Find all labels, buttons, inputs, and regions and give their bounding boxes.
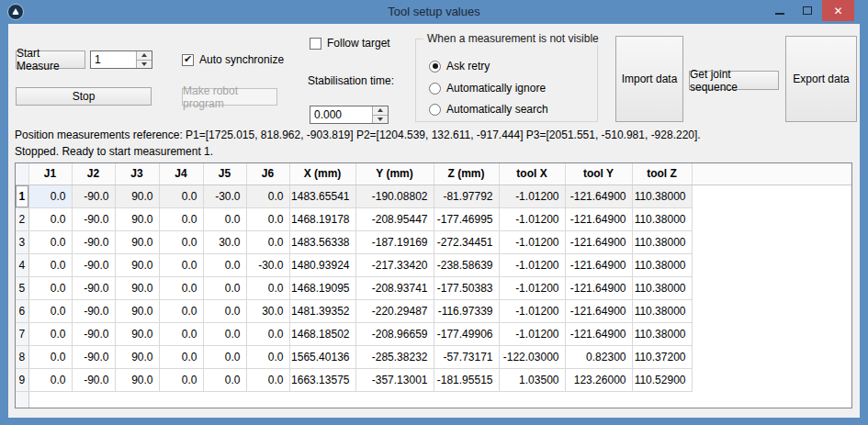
table-cell[interactable]: 0.0 xyxy=(246,276,289,299)
table-cell[interactable]: -177.46995 xyxy=(434,207,499,230)
table-cell[interactable]: -1.01200 xyxy=(499,299,565,322)
row-number[interactable]: 9 xyxy=(16,368,28,391)
table-cell[interactable]: 0.0 xyxy=(28,276,72,299)
table-cell[interactable]: 0.0 xyxy=(159,322,203,345)
table-cell[interactable]: 110.37200 xyxy=(632,345,692,368)
column-header-j4[interactable]: J4 xyxy=(159,163,203,185)
radio-button[interactable] xyxy=(429,104,441,116)
table-cell[interactable]: 0.0 xyxy=(159,230,203,253)
table-cell[interactable]: 1483.56338 xyxy=(289,230,355,253)
table-cell[interactable]: -181.95515 xyxy=(434,368,499,391)
table-cell[interactable]: 0.0 xyxy=(28,185,72,207)
table-cell[interactable]: 0.0 xyxy=(159,185,203,207)
table-cell[interactable]: -1.01200 xyxy=(499,185,565,207)
make-robot-program-button[interactable]: Make robot program xyxy=(182,88,277,106)
spin-up-button[interactable] xyxy=(373,106,388,116)
table-cell[interactable]: -90.0 xyxy=(72,276,115,299)
radio-button[interactable] xyxy=(429,61,441,73)
table-cell[interactable]: 0.0 xyxy=(159,368,203,391)
table-cell[interactable]: -90.0 xyxy=(72,345,115,368)
table-cell[interactable]: 0.0 xyxy=(203,299,246,322)
table-cell[interactable]: 110.38000 xyxy=(632,276,692,299)
row-number[interactable]: 7 xyxy=(16,322,28,345)
table-cell[interactable]: 110.38000 xyxy=(632,230,692,253)
column-header-j3[interactable]: J3 xyxy=(115,163,159,185)
column-header-j5[interactable]: J5 xyxy=(203,163,246,185)
table-cell[interactable]: 0.0 xyxy=(246,230,289,253)
table-cell[interactable]: -220.29487 xyxy=(355,299,434,322)
table-cell[interactable]: -90.0 xyxy=(72,299,115,322)
table-cell[interactable]: 30.0 xyxy=(203,230,246,253)
row-number[interactable]: 1 xyxy=(16,185,28,207)
table-cell[interactable]: 90.0 xyxy=(115,207,159,230)
radio-button[interactable] xyxy=(429,83,441,95)
row-number[interactable]: 4 xyxy=(16,253,28,276)
table-cell[interactable]: 90.0 xyxy=(115,299,159,322)
table-cell[interactable]: 0.0 xyxy=(159,253,203,276)
table-cell[interactable]: 110.38000 xyxy=(632,185,692,207)
table-cell[interactable]: -81.97792 xyxy=(434,185,499,207)
table-cell[interactable]: 123.26000 xyxy=(565,368,632,391)
table-cell[interactable]: -121.64900 xyxy=(565,253,632,276)
table-cell[interactable]: -285.38232 xyxy=(355,345,434,368)
table-cell[interactable]: 0.0 xyxy=(159,299,203,322)
get-joint-sequence-button[interactable]: Get joint sequence xyxy=(689,71,779,90)
column-header-j2[interactable]: J2 xyxy=(72,163,115,185)
table-cell[interactable]: -90.0 xyxy=(72,185,115,207)
table-cell[interactable]: 0.0 xyxy=(159,276,203,299)
table-cell[interactable]: 90.0 xyxy=(115,345,159,368)
table-cell[interactable]: 1468.19095 xyxy=(289,276,355,299)
table-cell[interactable]: -1.01200 xyxy=(499,322,565,345)
table-cell[interactable]: 0.0 xyxy=(28,368,72,391)
table-cell[interactable]: -238.58639 xyxy=(434,253,499,276)
table-cell[interactable]: 0.0 xyxy=(203,207,246,230)
table-cell[interactable]: -121.64900 xyxy=(565,185,632,207)
spin-down-button[interactable] xyxy=(137,61,152,69)
row-number[interactable]: 6 xyxy=(16,299,28,322)
follow-target-checkbox[interactable]: ✔ xyxy=(310,38,321,50)
table-cell[interactable]: -217.33420 xyxy=(355,253,434,276)
table-cell[interactable]: -208.96659 xyxy=(355,322,434,345)
table-cell[interactable]: -190.08802 xyxy=(355,185,434,207)
spin-up-button[interactable] xyxy=(137,51,152,61)
radio-ask-retry[interactable]: Ask retry xyxy=(429,60,490,73)
table-cell[interactable]: 90.0 xyxy=(115,368,159,391)
table-cell[interactable]: -177.50383 xyxy=(434,276,499,299)
table-cell[interactable]: -208.93741 xyxy=(355,276,434,299)
table-cell[interactable]: -30.0 xyxy=(246,253,289,276)
export-data-button[interactable]: Export data xyxy=(785,36,857,122)
radio-automatically-ignore[interactable]: Automatically ignore xyxy=(429,82,546,95)
table-cell[interactable]: 0.0 xyxy=(159,345,203,368)
table-cell[interactable]: -1.01200 xyxy=(499,253,565,276)
table-cell[interactable]: 110.38000 xyxy=(632,322,692,345)
measurements-table-container[interactable]: J1J2J3J4J5J6X (mm)Y (mm)Z (mm)tool Xtool… xyxy=(15,162,852,408)
table-cell[interactable]: 0.0 xyxy=(246,185,289,207)
table-cell[interactable]: 0.0 xyxy=(203,345,246,368)
measure-number-spinbox[interactable]: 1 xyxy=(90,50,152,69)
auto-synchronize-checkbox-row[interactable]: ✔ Auto synchronize xyxy=(182,53,284,66)
column-header-y-mm-[interactable]: Y (mm) xyxy=(355,163,434,185)
column-header-tool-z[interactable]: tool Z xyxy=(632,163,692,185)
table-cell[interactable]: 0.0 xyxy=(28,322,72,345)
table-cell[interactable]: -90.0 xyxy=(72,230,115,253)
table-cell[interactable]: 0.0 xyxy=(246,368,289,391)
table-cell[interactable]: -90.0 xyxy=(72,253,115,276)
table-cell[interactable]: -121.64900 xyxy=(565,207,632,230)
table-cell[interactable]: -208.95447 xyxy=(355,207,434,230)
table-cell[interactable]: 0.0 xyxy=(246,322,289,345)
table-cell[interactable]: 0.0 xyxy=(203,322,246,345)
table-cell[interactable]: -357.13001 xyxy=(355,368,434,391)
table-cell[interactable]: -116.97339 xyxy=(434,299,499,322)
table-cell[interactable]: 110.38000 xyxy=(632,299,692,322)
table-cell[interactable]: 110.38000 xyxy=(632,253,692,276)
column-header-tool-x[interactable]: tool X xyxy=(499,163,565,185)
row-number[interactable]: 8 xyxy=(16,345,28,368)
table-cell[interactable]: 90.0 xyxy=(115,322,159,345)
column-header-j1[interactable]: J1 xyxy=(28,163,72,185)
stabilisation-time-value[interactable]: 0.000 xyxy=(310,106,372,123)
table-cell[interactable]: -30.0 xyxy=(203,185,246,207)
table-cell[interactable]: 0.0 xyxy=(203,276,246,299)
table-cell[interactable]: 90.0 xyxy=(115,185,159,207)
table-cell[interactable]: -90.0 xyxy=(72,207,115,230)
table-cell[interactable]: 110.52900 xyxy=(632,368,692,391)
